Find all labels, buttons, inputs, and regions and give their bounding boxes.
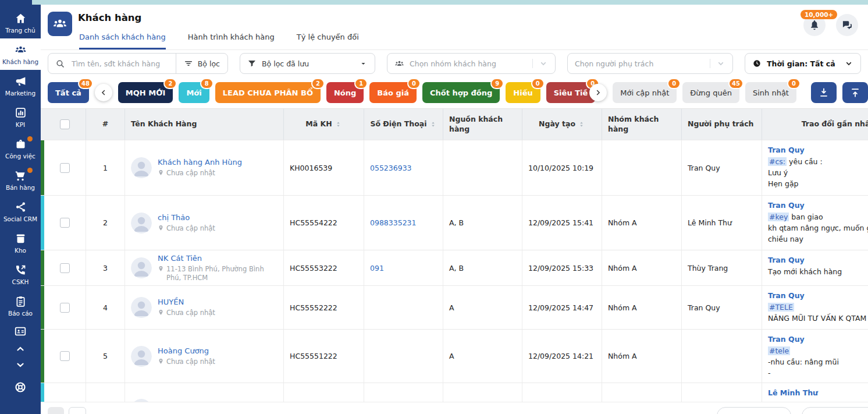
customer-address: Chưa cập nhật bbox=[158, 224, 215, 233]
customer-code: HC55551222 bbox=[284, 330, 364, 383]
search-filter-group: Bộ lọc bbox=[48, 53, 228, 74]
chip-dung-quen[interactable]: Đừng quên 45 bbox=[682, 82, 739, 103]
sidebar-item-cskh[interactable]: CSKH bbox=[0, 259, 41, 290]
id-card-icon bbox=[14, 325, 27, 338]
column-header-created[interactable]: Ngày tạo bbox=[522, 109, 602, 140]
customer-name-link[interactable]: chị Thảo bbox=[158, 213, 215, 222]
saved-filter-select[interactable]: Bộ lọc đã lưu bbox=[240, 53, 375, 74]
customer-address: Chưa cập nhật bbox=[158, 169, 242, 178]
sidebar-item-customers[interactable]: Khách hàng bbox=[0, 38, 41, 70]
table-row[interactable]: 4 HUYỀN Chưa cập nhật HC55552222 A 12/09… bbox=[41, 286, 868, 330]
customer-source: A, B bbox=[443, 250, 522, 285]
location-pin-icon bbox=[158, 358, 164, 365]
exchange-author[interactable]: Lê Minh Thư bbox=[768, 388, 868, 397]
chips-scroll-left-button[interactable] bbox=[95, 84, 112, 101]
chip-sieu-tie[interactable]: Siêu Tiề 0 bbox=[546, 82, 596, 103]
exchange-author[interactable]: Tran Quy bbox=[768, 201, 868, 210]
sidebar-item-kpi[interactable]: KPI bbox=[0, 101, 41, 133]
download-button[interactable] bbox=[811, 82, 837, 103]
sidebar-item-inventory[interactable]: Kho bbox=[0, 227, 41, 259]
chevron-down-icon bbox=[844, 59, 853, 68]
pagination-prev-button[interactable] bbox=[48, 407, 64, 414]
chevron-down-icon bbox=[710, 59, 725, 68]
customer-group-select[interactable]: Chọn nhóm khách hàng bbox=[387, 53, 556, 74]
sidebar-item-home[interactable]: Trang chủ bbox=[0, 7, 41, 38]
chevron-down-icon bbox=[359, 59, 368, 68]
chip-hieu[interactable]: Hiếu 0 bbox=[506, 82, 540, 103]
table-row[interactable]: 3 NK Cát Tiên 11-13 Bình Phú, Phường Bìn… bbox=[41, 250, 868, 286]
chip-mqh-moi[interactable]: MQH MỚI 2 bbox=[118, 82, 173, 103]
customer-name-link[interactable]: HUYỀN bbox=[158, 298, 215, 306]
id-card-button[interactable] bbox=[14, 325, 27, 338]
support-button[interactable] bbox=[14, 381, 27, 394]
chip-all[interactable]: Tất cả 48 bbox=[48, 82, 89, 103]
customer-group: Nhóm A bbox=[602, 286, 682, 329]
table-row[interactable]: 1 Khách hàng Anh Hùng Chưa cập nhật KH00… bbox=[41, 140, 868, 196]
sidebar-expand-down[interactable] bbox=[15, 360, 26, 370]
customer-name-link[interactable]: Hoàng Cương bbox=[158, 346, 215, 355]
exchange-author[interactable]: Tran Quy bbox=[768, 146, 868, 154]
briefcase-icon bbox=[15, 138, 27, 150]
sidebar-collapse-up[interactable] bbox=[15, 344, 26, 354]
chip-bao-gia[interactable]: Báo giá 0 bbox=[369, 82, 417, 103]
report-clipboard-icon bbox=[15, 295, 27, 307]
page-size-select[interactable] bbox=[717, 407, 791, 414]
chip-moi[interactable]: Mới 8 bbox=[179, 82, 209, 103]
chevron-down-icon bbox=[532, 59, 548, 68]
status-chips-bar: Tất cả 48 MQH MỚI 2 Mới 8 LEAD CHƯA PHÂN… bbox=[41, 77, 868, 108]
sidebar-item-social-crm[interactable]: Social CRM bbox=[0, 196, 41, 227]
row-checkbox[interactable] bbox=[60, 351, 70, 361]
phone-outgoing-icon bbox=[15, 264, 27, 276]
phone-link[interactable]: 0988335231 bbox=[370, 218, 417, 227]
customer-name-link[interactable]: NK Cát Tiên bbox=[158, 254, 278, 263]
table-row[interactable]: 2 chị Thảo Chưa cập nhật HC55554222 0988… bbox=[41, 196, 868, 250]
table-row[interactable]: Lê Minh Thư bbox=[41, 383, 868, 402]
chip-lead-chua-phan-bo[interactable]: LEAD CHƯA PHÂN BỔ 2 bbox=[215, 82, 321, 103]
assignee-select[interactable]: Chọn người phụ trách bbox=[567, 53, 733, 74]
chip-nong[interactable]: Nóng 1 bbox=[326, 82, 364, 103]
column-header-phone[interactable]: Số Điện Thoại bbox=[364, 109, 443, 140]
chips-scroll-right-button[interactable] bbox=[589, 84, 607, 101]
upload-button[interactable] bbox=[842, 82, 868, 103]
customer-name-link[interactable]: Khách hàng Anh Hùng bbox=[158, 158, 242, 167]
search-input[interactable] bbox=[70, 59, 176, 69]
count-badge: 0 bbox=[531, 78, 545, 89]
sidebar-item-reports[interactable]: Báo cáo bbox=[0, 290, 41, 321]
row-checkbox[interactable] bbox=[60, 263, 70, 273]
tab-customer-journey[interactable]: Hành trình khách hàng bbox=[188, 33, 275, 49]
page-jump-select[interactable] bbox=[802, 407, 868, 414]
sidebar-item-sales[interactable]: Bán hàng bbox=[0, 164, 41, 196]
sidebar-item-marketing[interactable]: Marketing bbox=[0, 70, 41, 101]
customer-address: 11-13 Bình Phú, Phường Bình Phú, TP.HCM bbox=[158, 265, 278, 282]
exchange-author[interactable]: Tran Quy bbox=[768, 291, 868, 300]
customer-code: HC55552222 bbox=[284, 286, 364, 329]
share-icon bbox=[15, 201, 27, 213]
exchange-author[interactable]: Tran Quy bbox=[768, 256, 868, 264]
chip-chot-hop-dong[interactable]: Chốt hợp đồng 9 bbox=[422, 82, 500, 103]
select-all-checkbox[interactable] bbox=[60, 119, 70, 129]
customer-source bbox=[443, 140, 522, 195]
avatar bbox=[131, 213, 152, 233]
table-row[interactable]: 5 Hoàng Cương Chưa cập nhật HC55551222 A… bbox=[41, 330, 868, 383]
sidebar-item-tasks[interactable]: Công việc bbox=[0, 133, 41, 164]
row-checkbox[interactable] bbox=[60, 163, 70, 173]
pagination-page-button[interactable] bbox=[69, 407, 86, 414]
column-header-source: Nguồn khách hàng bbox=[443, 109, 522, 140]
tab-customer-list[interactable]: Danh sách khách hàng bbox=[79, 33, 166, 49]
sidebar: Trang chủ Khách hàng Marketing KPI Công … bbox=[0, 0, 41, 414]
chat-button[interactable] bbox=[836, 14, 858, 36]
chip-sinh-nhat[interactable]: Sinh nhật 0 bbox=[745, 82, 796, 103]
notification-count-badge: 10,000+ bbox=[801, 10, 837, 19]
row-checkbox[interactable] bbox=[60, 218, 70, 228]
count-badge: 8 bbox=[200, 78, 214, 89]
tab-conversion-rate[interactable]: Tỷ lệ chuyển đổi bbox=[297, 33, 359, 49]
chip-moi-cap-nhat[interactable]: Mới cập nhật 0 bbox=[613, 82, 677, 103]
column-header-code[interactable]: Mã KH bbox=[284, 109, 364, 140]
row-checkbox[interactable] bbox=[60, 303, 70, 313]
time-range-select[interactable]: Thời gian: Tất cả bbox=[745, 53, 861, 74]
filter-button[interactable]: Bộ lọc bbox=[176, 54, 227, 73]
pagination-footer bbox=[41, 402, 868, 414]
exchange-author[interactable]: Tran Quy bbox=[768, 335, 868, 344]
phone-link[interactable]: 055236933 bbox=[370, 164, 412, 172]
phone-link[interactable]: 091 bbox=[370, 264, 384, 273]
